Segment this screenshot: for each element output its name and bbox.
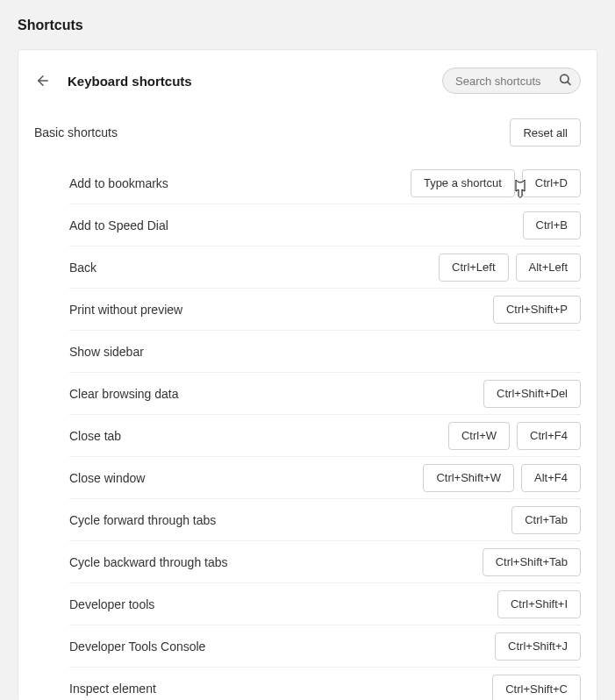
shortcuts-card: Keyboard shortcuts Basic shortcuts Reset… [18,49,597,700]
shortcut-label: Developer Tools Console [69,639,205,654]
shortcut-key-button[interactable]: Ctrl+Left [439,254,509,282]
shortcut-key-button[interactable]: Ctrl+Tab [511,506,581,534]
shortcut-key-button[interactable]: Alt+F4 [521,464,581,492]
shortcut-list: Add to bookmarksType a shortcutCtrl+DAdd… [34,162,581,700]
shortcut-label: Add to bookmarks [69,176,168,190]
reset-all-button[interactable]: Reset all [510,118,581,146]
section-header: Basic shortcuts Reset all [34,118,581,146]
section-title: Basic shortcuts [34,125,118,139]
shortcut-buttons: Ctrl+Shift+C [492,675,581,700]
shortcut-key-button[interactable]: Ctrl+Shift+W [423,464,514,492]
shortcut-label: Add to Speed Dial [69,218,168,232]
arrow-left-icon [35,73,51,89]
shortcut-key-button[interactable]: Ctrl+D [522,169,581,197]
shortcut-row: Show sidebar [69,331,581,373]
shortcut-row: Developer toolsCtrl+Shift+I [69,583,581,625]
shortcut-row: Print without previewCtrl+Shift+P [69,289,581,331]
page-title: Shortcuts [18,18,597,33]
shortcut-buttons: Ctrl+WCtrl+F4 [448,422,581,450]
shortcut-buttons: Ctrl+Shift+WAlt+F4 [423,464,581,492]
shortcut-label: Back [69,261,97,275]
shortcut-label: Show sidebar [69,345,144,359]
shortcut-buttons: Ctrl+B [523,211,581,239]
shortcut-row: Cycle backward through tabsCtrl+Shift+Ta… [69,541,581,583]
shortcut-label: Cycle backward through tabs [69,555,228,569]
type-shortcut-button[interactable]: Type a shortcut [411,169,515,197]
shortcut-buttons: Ctrl+Shift+J [495,632,581,661]
shortcut-key-button[interactable]: Ctrl+B [523,211,581,239]
search-input[interactable] [442,68,581,94]
shortcut-key-button[interactable]: Ctrl+F4 [517,422,581,450]
shortcut-row: Clear browsing dataCtrl+Shift+Del [69,373,581,415]
shortcut-key-button[interactable]: Ctrl+Shift+I [497,590,581,618]
shortcut-buttons: Ctrl+Shift+Del [483,380,581,408]
shortcut-row: Developer Tools ConsoleCtrl+Shift+J [69,625,581,668]
shortcut-key-button[interactable]: Ctrl+Shift+J [495,632,581,661]
shortcut-row: BackCtrl+LeftAlt+Left [69,246,581,289]
shortcut-buttons: Ctrl+Shift+P [493,296,581,324]
shortcut-key-button[interactable]: Ctrl+Shift+C [492,675,581,700]
shortcut-row: Close tabCtrl+WCtrl+F4 [69,415,581,457]
shortcut-row: Add to Speed DialCtrl+B [69,204,581,246]
shortcut-row: Inspect elementCtrl+Shift+C [69,668,581,700]
shortcut-row: Add to bookmarksType a shortcutCtrl+D [69,162,581,204]
shortcut-label: Cycle forward through tabs [69,513,216,527]
shortcut-label: Close window [69,471,145,485]
shortcut-key-button[interactable]: Ctrl+Shift+P [493,296,581,324]
shortcut-label: Developer tools [69,597,154,611]
shortcut-key-button[interactable]: Ctrl+Shift+Tab [483,548,581,576]
shortcut-buttons: Ctrl+Shift+Tab [483,548,581,576]
shortcut-row: Close windowCtrl+Shift+WAlt+F4 [69,457,581,499]
shortcut-buttons: Type a shortcutCtrl+D [411,169,581,197]
shortcut-key-button[interactable]: Alt+Left [516,254,581,282]
card-title: Keyboard shortcuts [68,74,192,89]
shortcut-key-button[interactable]: Ctrl+W [448,422,510,450]
back-button[interactable] [34,72,52,89]
shortcut-label: Print without preview [69,303,182,317]
shortcut-buttons: Ctrl+Shift+I [497,590,581,618]
card-header: Keyboard shortcuts [34,68,581,94]
shortcut-buttons: Ctrl+Tab [511,506,581,534]
shortcut-label: Close tab [69,429,121,443]
shortcut-label: Clear browsing data [69,387,179,401]
shortcut-buttons: Ctrl+LeftAlt+Left [439,254,581,282]
shortcut-label: Inspect element [69,682,156,696]
search-box [442,68,581,94]
shortcut-key-button[interactable]: Ctrl+Shift+Del [483,380,581,408]
shortcut-row: Cycle forward through tabsCtrl+Tab [69,499,581,541]
